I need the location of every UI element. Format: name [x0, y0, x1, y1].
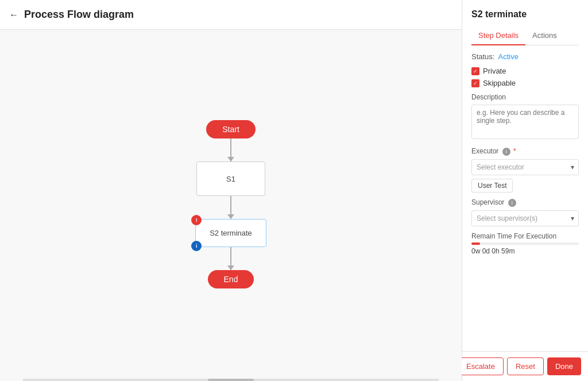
tab-actions[interactable]: Actions [525, 26, 564, 45]
remain-time-progress-bar [471, 243, 579, 245]
badge-blue: i [191, 241, 202, 251]
s2-node[interactable]: ! S2 terminate i [195, 219, 266, 247]
scrollbar-thumb [208, 379, 254, 381]
private-checkbox-row[interactable]: Private [471, 67, 579, 75]
executor-label: Executor i [471, 147, 579, 156]
right-content: Status: Active Private Skippable Descrip… [462, 45, 588, 351]
executor-select-wrapper: Select executor [471, 159, 579, 175]
remain-time-label: Remain Time For Execution [471, 232, 579, 240]
connector-2 [230, 196, 231, 219]
page-title: Process Flow diagram [24, 9, 134, 21]
description-label: Description [471, 93, 579, 101]
private-label: Private [483, 67, 506, 75]
supervisor-info-icon: i [508, 199, 516, 207]
tab-step-details[interactable]: Step Details [471, 26, 525, 45]
status-label: Status: [471, 52, 494, 61]
start-node[interactable]: Start [206, 120, 256, 138]
right-panel-title: S2 terminate [471, 9, 579, 20]
reset-button[interactable]: Reset [507, 357, 544, 375]
connector-3 [230, 247, 231, 270]
s1-node[interactable]: S1 [196, 161, 265, 196]
top-bar: ← Process Flow diagram [0, 0, 462, 30]
remain-time-value: 0w 0d 0h 59m [471, 247, 579, 255]
skippable-checkbox[interactable] [471, 79, 479, 87]
executor-info-icon: i [502, 148, 510, 156]
private-checkbox[interactable] [471, 67, 479, 75]
skippable-checkbox-row[interactable]: Skippable [471, 79, 579, 87]
diagram-area: Start S1 ! S2 terminate i End [0, 30, 462, 379]
flow-container: Start S1 ! S2 terminate i End [195, 120, 266, 288]
right-header: S2 terminate Step Details Actions [462, 0, 588, 45]
user-test-button[interactable]: User Test [471, 179, 513, 193]
description-field[interactable] [471, 105, 579, 139]
connector-1 [230, 138, 231, 161]
end-node[interactable]: End [208, 270, 254, 288]
back-button[interactable]: ← [9, 10, 18, 20]
right-panel: S2 terminate Step Details Actions Status… [462, 0, 588, 381]
supervisor-label: Supervisor i [471, 198, 579, 207]
action-bar: Skip Escalate Reset Done [462, 351, 588, 381]
tabs: Step Details Actions [471, 26, 579, 45]
supervisor-select[interactable]: Select supervisor(s) [471, 210, 579, 226]
s2-label: S2 terminate [210, 229, 252, 237]
supervisor-select-wrapper: Select supervisor(s) [471, 210, 579, 226]
skippable-label: Skippable [483, 79, 516, 87]
scrollbar[interactable] [23, 379, 439, 381]
status-value: Active [498, 52, 518, 61]
done-button[interactable]: Done [547, 357, 581, 375]
badge-red: ! [191, 215, 202, 225]
status-row: Status: Active [471, 52, 579, 61]
executor-select[interactable]: Select executor [471, 159, 579, 175]
escalate-button[interactable]: Escalate [458, 357, 504, 375]
left-panel: ← Process Flow diagram Start S1 ! S2 ter… [0, 0, 462, 381]
remain-time-fill [471, 243, 480, 245]
